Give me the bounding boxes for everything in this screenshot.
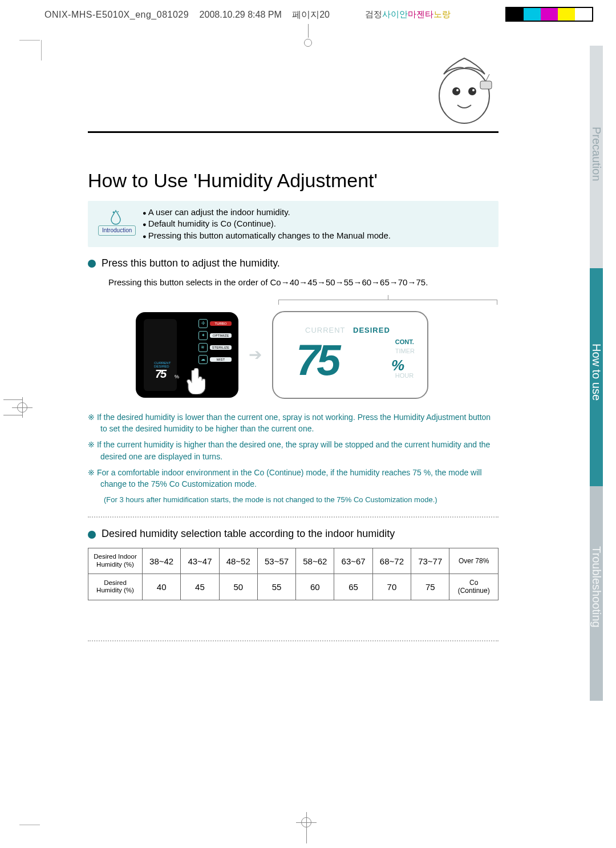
note-item: For a comfortable indoor environment in … [88,467,499,490]
table-cell: 43~47 [181,548,219,574]
finger-press-icon [186,368,205,394]
table-cell: 48~52 [219,548,257,574]
svg-point-3 [456,89,459,91]
intro-item: Default humidity is Co (Continue). [143,218,491,229]
mascot-illustration [430,51,499,126]
filename: ONIX-MHS-E5010X_eng_081029 [44,10,189,19]
registration-mark-bottom [301,817,311,843]
svg-point-7 [113,212,115,213]
control-panel-illustration: CURRENT DESIRED 75 % ✢TURBO ✦OPTIMIZE ≋S… [136,312,238,398]
display-digits: 75 [296,335,338,385]
horizontal-rule [88,131,499,133]
tab-troubleshooting: Troubleshooting [590,486,603,701]
note-item: If the current humidity is higher than t… [88,439,499,462]
intro-item: Pressing this button automatically chang… [143,230,491,241]
timer-label: TIMER [395,346,415,356]
table-cell: Co (Continue) [449,574,499,600]
table-row-label: Desired Humidity (%) [88,574,143,600]
turbo-button: TURBO [210,321,232,326]
svg-rect-5 [480,81,492,89]
svg-point-4 [472,89,475,91]
sequence-bracket [278,292,497,304]
arrow-right-icon: ➔ [249,345,262,364]
side-tabs: Precaution How to use Troubleshooting [590,46,616,701]
crop-mark-top [302,24,314,48]
percent-label: % [391,357,404,374]
mist-icon: ☁ [198,355,208,364]
svg-line-6 [486,74,489,81]
page-title: How to Use 'Humidity Adjustment' [88,169,499,192]
intro-label: Introduction [98,225,136,236]
table-cell: 40 [143,574,181,600]
table-cell: 45 [181,574,219,600]
dotted-divider [88,516,499,518]
table-cell: 73~77 [411,548,449,574]
optimize-button: OPTIMIZE [210,333,232,338]
table-row-label: Desired Indoor Humidity (%) [88,548,143,574]
mist-button: MIST [210,357,232,362]
note-subitem: (For 3 hours after humidification starts… [88,495,499,506]
section-bullet: Press this button to adjust the humidity… [88,257,499,269]
svg-point-8 [117,211,119,212]
tab-how-to-use: How to use [590,268,603,486]
notes-block: If the desired humidity is lower than th… [88,411,499,506]
tab-precaution: Precaution [590,46,603,268]
table-cell: 58~62 [296,548,334,574]
intro-item: A user can adjust the indoor humidity. [143,207,491,218]
introduction-box: Introduction A user can adjust the indoo… [88,201,499,247]
svg-point-1 [452,87,460,95]
registration-label: 검정사이안마젠타노랑 [365,9,451,20]
table-cell: 55 [257,574,295,600]
desired-label: DESIRED [353,326,390,334]
display-illustration: CURRENT DESIRED 75 CONT. TIMER HOUR % [272,311,428,399]
fan-icon: ✢ [198,319,208,328]
svg-point-0 [439,68,489,123]
humidity-table: Desired Indoor Humidity (%) 38~42 43~47 … [88,548,499,600]
sequence-text: Pressing this button selects in the orde… [108,277,499,287]
cont-label: CONT. [395,337,415,347]
table-cell: 50 [219,574,257,600]
page-number: 페이지20 [292,10,330,19]
svg-point-2 [468,87,476,95]
current-label: CURRENT [305,326,346,334]
table-cell: 70 [372,574,411,600]
wave-icon: ≋ [198,343,208,352]
datetime: 2008.10.29 8:48 PM [200,10,282,19]
table-cell: 38~42 [143,548,181,574]
sterilize-button: STERILIZE [210,345,232,350]
table-cell: 68~72 [372,548,411,574]
droplet-icon [107,209,124,221]
table-cell: 65 [334,574,372,600]
color-registration-bars [505,7,593,22]
table-cell: 63~67 [334,548,372,574]
table-cell: 53~57 [257,548,295,574]
crop-marks-left [19,40,42,825]
table-cell: Over 78% [449,548,499,574]
section-bullet: Desired humidity selection table accordi… [88,528,499,540]
dotted-divider [88,640,499,641]
star-icon: ✦ [198,331,208,340]
table-cell: 75 [411,574,449,600]
registration-mark-left [3,399,27,415]
note-item: If the desired humidity is lower than th… [88,411,499,435]
table-cell: 60 [296,574,334,600]
